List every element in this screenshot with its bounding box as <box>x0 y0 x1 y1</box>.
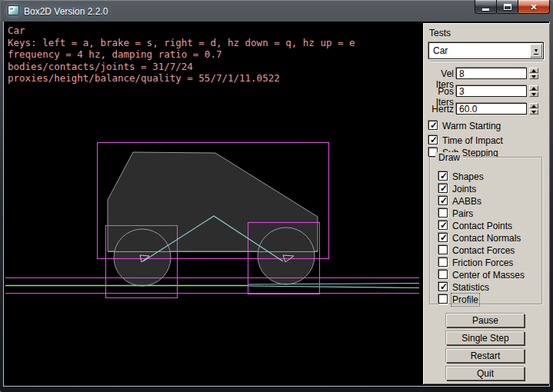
contact-normals-checkbox[interactable] <box>438 233 448 242</box>
stat-line-title: Car <box>8 25 25 36</box>
contact-normals-label: Contact Normals <box>452 233 521 244</box>
frame-edge-bottom <box>3 386 550 387</box>
profile-checkbox[interactable] <box>438 294 448 304</box>
bridge-joint-line-lower <box>248 286 419 288</box>
hertz-up-button[interactable] <box>529 103 538 108</box>
pos-iters-down-button[interactable] <box>529 91 538 97</box>
contact-points-label: Contact Points <box>452 221 512 231</box>
minimize-button[interactable] <box>475 0 497 14</box>
hertz-input[interactable] <box>456 103 527 115</box>
vel-iters-up-button[interactable] <box>529 68 538 73</box>
statistics-checkbox[interactable] <box>438 282 448 291</box>
hertz-row: Hertz <box>423 103 550 115</box>
stat-line-proxies: proxies/height/balance/quality = 55/7/1/… <box>8 72 280 84</box>
contact-forces-checkbox[interactable] <box>438 245 448 254</box>
statistics-text: Car Keys: left = a, brake = s, right = d… <box>8 25 355 85</box>
app-window: Box2D Version 2.2.0 ✕ <box>0 0 553 392</box>
time-of-impact-label: Time of Impact <box>442 135 503 146</box>
rear-wheel <box>114 229 171 286</box>
pairs-checkbox[interactable] <box>438 208 448 218</box>
control-panel: Tests Car ▼ Vel Iters Pos Iters <box>423 23 550 384</box>
window-title: Box2D Version 2.2.0 <box>24 6 108 17</box>
quit-button[interactable]: Quit <box>446 367 525 380</box>
client-area: Car Keys: left = a, brake = s, right = d… <box>4 22 549 386</box>
separator <box>430 61 543 62</box>
chevron-down-icon: ▼ <box>534 48 539 55</box>
stat-line-keys: Keys: left = a, brake = s, right = d, hz… <box>8 37 355 48</box>
contact-forces-label: Contact Forces <box>452 245 515 256</box>
bridge-joint-line-upper <box>248 284 419 285</box>
stat-line-bodies: bodies/contacts/joints = 31/7/24 <box>8 61 193 72</box>
shapes-checkbox[interactable] <box>438 171 448 181</box>
hertz-down-button[interactable] <box>529 109 538 115</box>
warm-starting-label: Warm Starting <box>442 121 501 131</box>
minimize-icon <box>482 8 489 11</box>
vel-iters-spinner <box>529 68 538 79</box>
time-of-impact-checkbox[interactable] <box>428 135 438 145</box>
hertz-spinner <box>529 103 538 115</box>
close-button[interactable]: ✕ <box>518 0 550 14</box>
window-controls: ✕ <box>475 0 550 14</box>
aabbs-label: AABBs <box>452 196 481 207</box>
restart-button[interactable]: Restart <box>446 349 525 363</box>
center-of-masses-checkbox[interactable] <box>438 270 448 279</box>
pause-button[interactable]: Pause <box>446 314 525 327</box>
pos-iters-row: Pos Iters <box>423 85 550 98</box>
friction-forces-label: Friction Forces <box>452 257 513 268</box>
hertz-label: Hertz <box>423 104 454 115</box>
vel-iters-down-button[interactable] <box>529 74 538 79</box>
tests-dropdown-button[interactable]: ▼ <box>530 44 542 58</box>
stat-line-frequency: frequency = 4 hz, damping ratio = 0.7 <box>8 48 222 60</box>
close-icon: ✕ <box>530 1 537 13</box>
friction-forces-checkbox[interactable] <box>438 257 448 267</box>
vel-iters-row: Vel Iters <box>423 68 550 80</box>
joints-checkbox[interactable] <box>438 184 448 193</box>
front-wheel <box>258 228 315 284</box>
title-bar[interactable]: Box2D Version 2.2.0 ✕ <box>0 0 553 22</box>
simulation-canvas[interactable]: Car Keys: left = a, brake = s, right = d… <box>4 22 419 386</box>
aabbs-checkbox[interactable] <box>438 196 448 205</box>
maximize-button[interactable] <box>497 0 518 14</box>
profile-label: Profile <box>452 294 478 305</box>
pairs-label: Pairs <box>452 208 473 219</box>
draw-group: Draw Shapes Joints AABBs Pairs <box>429 157 543 305</box>
tests-dropdown-value: Car <box>433 45 448 56</box>
draw-group-title: Draw <box>435 152 463 163</box>
tests-label: Tests <box>429 28 451 38</box>
vel-iters-input[interactable] <box>456 68 527 79</box>
warm-starting-checkbox[interactable] <box>428 121 438 130</box>
joints-label: Joints <box>452 184 476 194</box>
tests-dropdown[interactable]: Car ▼ <box>428 42 544 59</box>
app-icon <box>8 5 19 15</box>
pos-iters-up-button[interactable] <box>529 85 538 91</box>
contact-points-checkbox[interactable] <box>438 221 448 230</box>
pos-iters-spinner <box>529 85 538 97</box>
single-step-button[interactable]: Single Step <box>446 331 525 345</box>
maximize-icon <box>504 4 511 10</box>
center-of-masses-label: Center of Masses <box>452 270 525 281</box>
statistics-label: Statistics <box>452 282 489 293</box>
pos-iters-input[interactable] <box>456 85 527 97</box>
shapes-label: Shapes <box>452 171 484 182</box>
